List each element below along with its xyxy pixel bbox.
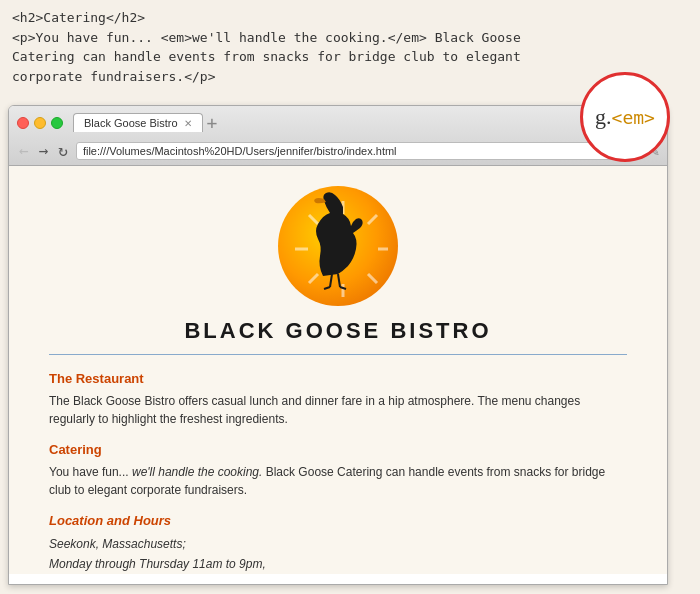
minimize-button[interactable] bbox=[34, 117, 46, 129]
code-line-4: corporate fundraisers.</p> bbox=[12, 67, 688, 87]
section-text-catering: You have fun... we'll handle the cooking… bbox=[49, 463, 627, 499]
tab-label: Black Goose Bistro bbox=[84, 117, 178, 129]
section-heading-catering: Catering bbox=[49, 442, 627, 457]
callout-letter: g. bbox=[595, 104, 612, 130]
section-heading-hours: Location and Hours bbox=[49, 513, 627, 528]
catering-em: we'll handle the cooking. bbox=[132, 465, 262, 479]
back-button[interactable]: ← bbox=[17, 141, 31, 160]
code-display: <h2>Catering</h2> <p>You have fun... <em… bbox=[0, 0, 700, 94]
close-button[interactable] bbox=[17, 117, 29, 129]
svg-line-3 bbox=[368, 274, 377, 283]
page-title: BLACK GOOSE BISTRO bbox=[49, 318, 627, 344]
page-divider bbox=[49, 354, 627, 355]
browser-titlebar: Black Goose Bistro ✕ + bbox=[17, 112, 659, 133]
svg-line-7 bbox=[309, 215, 318, 224]
hours-line-1: Seekonk, Massachusetts; bbox=[49, 534, 627, 554]
traffic-lights bbox=[17, 117, 63, 129]
address-bar[interactable]: file:///Volumes/Macintosh%20HD/Users/jen… bbox=[76, 142, 630, 160]
em-callout: g. <em> bbox=[580, 72, 670, 162]
section-heading-restaurant: The Restaurant bbox=[49, 371, 627, 386]
svg-line-5 bbox=[309, 274, 318, 283]
code-line-3: Catering can handle events from snacks f… bbox=[12, 47, 688, 67]
maximize-button[interactable] bbox=[51, 117, 63, 129]
browser-content: BLACK GOOSE BISTRO The Restaurant The Bl… bbox=[9, 166, 667, 574]
browser-window: Black Goose Bistro ✕ + ← → ↻ file:///Vol… bbox=[8, 105, 668, 585]
svg-line-1 bbox=[368, 215, 377, 224]
browser-tab[interactable]: Black Goose Bistro ✕ bbox=[73, 113, 203, 132]
svg-line-9 bbox=[338, 274, 340, 287]
code-line-2: <p>You have fun... <em>we'll handle the … bbox=[12, 28, 688, 48]
hours-line-2: Monday through Thursday 11am to 9pm, bbox=[49, 554, 627, 574]
tab-close-icon[interactable]: ✕ bbox=[184, 118, 192, 129]
forward-button[interactable]: → bbox=[37, 141, 51, 160]
hours-text: Seekonk, Massachusetts; Monday through T… bbox=[49, 534, 627, 574]
browser-toolbar: ← → ↻ file:///Volumes/Macintosh%20HD/Use… bbox=[17, 137, 659, 165]
new-tab-icon[interactable]: + bbox=[207, 112, 218, 133]
callout-tag: <em> bbox=[612, 107, 655, 128]
goose-logo bbox=[278, 186, 398, 306]
svg-line-11 bbox=[340, 287, 346, 289]
page-logo bbox=[49, 186, 627, 306]
code-line-1: <h2>Catering</h2> bbox=[12, 8, 688, 28]
svg-line-10 bbox=[324, 287, 330, 289]
section-text-restaurant: The Black Goose Bistro offers casual lun… bbox=[49, 392, 627, 428]
browser-chrome: Black Goose Bistro ✕ + ← → ↻ file:///Vol… bbox=[9, 106, 667, 166]
refresh-button[interactable]: ↻ bbox=[56, 141, 70, 160]
goose-svg bbox=[288, 191, 388, 301]
svg-line-8 bbox=[330, 274, 332, 287]
